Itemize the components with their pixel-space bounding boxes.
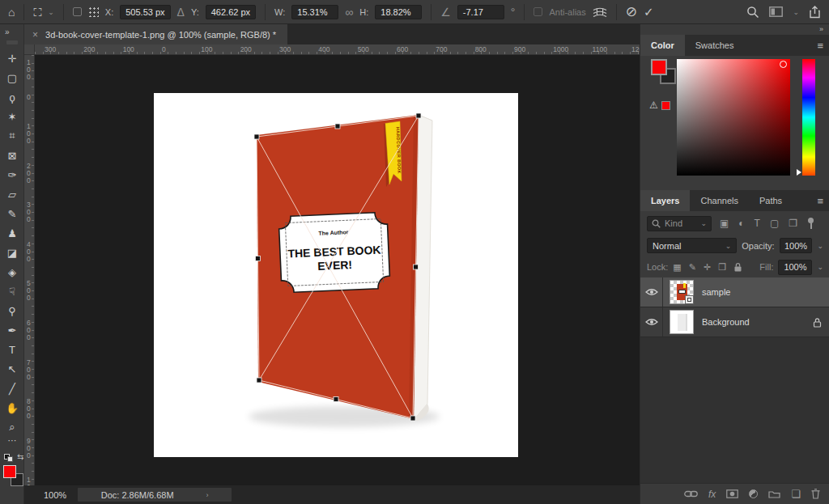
visibility-cell[interactable] xyxy=(640,307,663,337)
workspace-icon[interactable] xyxy=(769,6,783,17)
clone-stamp-tool[interactable]: ♟ xyxy=(0,223,24,243)
saturation-brightness-picker[interactable] xyxy=(677,59,790,176)
toolbar-grip[interactable] xyxy=(6,40,18,44)
blend-mode-dropdown[interactable]: Normal ⌄ xyxy=(647,238,737,253)
chevron-down-icon[interactable]: ⌄ xyxy=(793,8,799,16)
foreground-color-swatch[interactable] xyxy=(3,465,16,478)
more-tools-icon[interactable]: ⋯ xyxy=(0,435,24,446)
swap-colors-icon[interactable]: ⇆ xyxy=(17,452,23,461)
tab-channels[interactable]: Channels xyxy=(690,190,748,211)
panel-menu-icon[interactable]: ≡ xyxy=(817,190,829,211)
layer-name[interactable]: sample xyxy=(702,287,730,297)
layer-mask-icon[interactable] xyxy=(726,489,738,498)
layer-thumbnail[interactable] xyxy=(670,310,694,334)
magic-wand-tool[interactable]: ✶ xyxy=(0,107,24,126)
toolbar-expand-icon[interactable]: » xyxy=(5,28,10,36)
reference-point-grid-icon[interactable] xyxy=(88,6,99,17)
healing-brush-tool[interactable]: ▱ xyxy=(0,184,24,204)
x-position-input[interactable]: 505.53 px xyxy=(120,5,170,19)
filter-adjustment-layers-icon[interactable]: ◐ xyxy=(738,218,744,229)
link-dimensions-icon[interactable]: ∞ xyxy=(345,6,353,18)
book-mockup[interactable]: HARDCOVER BOOK The Author THE BEST BOOK … xyxy=(154,93,518,457)
group-folder-icon[interactable] xyxy=(768,489,780,498)
document-tab[interactable]: × 3d-book-cover-template-1.png @ 100% (s… xyxy=(24,24,287,44)
height-input[interactable]: 18.82% xyxy=(375,5,422,19)
adjustment-layer-icon[interactable] xyxy=(749,489,758,498)
doc-size-indicator[interactable]: Doc: 2.86M/6.68M › xyxy=(78,488,232,502)
lock-position-icon[interactable]: ✛ xyxy=(704,262,711,273)
y-position-input[interactable]: 462.62 px xyxy=(206,5,256,19)
trash-icon[interactable] xyxy=(811,489,820,499)
pen-tool[interactable]: ✒ xyxy=(0,320,24,340)
line-tool[interactable]: ╱ xyxy=(0,379,24,398)
lock-artboard-icon[interactable]: ❒ xyxy=(718,262,726,273)
eye-icon[interactable] xyxy=(645,288,658,296)
filter-toggle-icon[interactable] xyxy=(807,218,815,229)
lock-paint-icon[interactable]: ✎ xyxy=(689,262,696,273)
close-icon[interactable]: × xyxy=(32,29,38,40)
dock-collapse-icon[interactable]: » xyxy=(819,24,823,35)
warp-mode-icon[interactable] xyxy=(593,6,607,18)
cancel-transform-icon[interactable]: ⊘ xyxy=(626,5,637,19)
paint-bucket-tool[interactable]: ◈ xyxy=(0,262,24,282)
artboard[interactable]: HARDCOVER BOOK The Author THE BEST BOOK … xyxy=(154,93,518,457)
chevron-down-icon[interactable]: ⌄ xyxy=(48,8,54,16)
lasso-tool[interactable]: ϙ xyxy=(0,87,24,107)
lock-all-icon[interactable] xyxy=(733,262,742,272)
default-colors-icon[interactable]: ⇆ xyxy=(4,452,22,462)
gamut-warning[interactable]: ⚠ xyxy=(649,100,670,111)
commit-transform-icon[interactable]: ✓ xyxy=(644,6,654,18)
brush-tool[interactable]: ✎ xyxy=(0,204,24,223)
hue-slider[interactable] xyxy=(802,59,815,176)
filter-pixel-layers-icon[interactable]: ▣ xyxy=(720,218,729,229)
color-picker-ring[interactable] xyxy=(780,61,787,68)
filter-kind-dropdown[interactable]: Kind ⌄ xyxy=(647,216,712,231)
chevron-right-icon[interactable]: › xyxy=(206,491,209,499)
frame-tool[interactable]: ⊠ xyxy=(0,146,24,165)
dodge-tool[interactable]: ⚲ xyxy=(0,301,24,320)
filter-smart-objects-icon[interactable]: ❐ xyxy=(789,218,797,229)
rectangular-marquee-tool[interactable]: ▢ xyxy=(0,68,24,87)
width-input[interactable]: 15.31% xyxy=(291,5,338,19)
chevron-down-icon[interactable]: ⌄ xyxy=(817,242,823,250)
foreground-color-swatch[interactable] xyxy=(651,59,667,75)
layer-row-background[interactable]: Background xyxy=(640,307,829,337)
search-icon[interactable] xyxy=(746,6,759,19)
color-swatch-control[interactable] xyxy=(3,465,24,489)
eyedropper-tool[interactable]: ✑ xyxy=(0,165,24,184)
gamut-color-chip[interactable] xyxy=(661,101,670,110)
visibility-cell[interactable] xyxy=(640,277,663,307)
eye-icon[interactable] xyxy=(645,318,658,326)
tab-layers[interactable]: Layers xyxy=(640,190,690,211)
reference-point-checkbox[interactable] xyxy=(73,7,82,16)
layer-style-icon[interactable]: fx xyxy=(708,489,716,500)
zoom-tool[interactable]: ⌕ xyxy=(0,417,24,437)
transform-tool-icon[interactable]: ⛶ xyxy=(33,6,41,18)
tab-swatches[interactable]: Swatches xyxy=(685,35,745,56)
tab-paths[interactable]: Paths xyxy=(749,190,793,211)
share-icon[interactable] xyxy=(809,6,821,19)
tab-color[interactable]: Color xyxy=(640,35,685,56)
home-icon[interactable]: ⌂ xyxy=(8,6,15,18)
layer-row-sample[interactable]: sample xyxy=(640,277,829,307)
opacity-input[interactable]: 100% xyxy=(780,238,813,253)
zoom-level[interactable]: 100% xyxy=(44,490,66,500)
type-tool[interactable]: T xyxy=(0,340,24,359)
panel-color-swatches[interactable] xyxy=(651,59,678,87)
eraser-tool[interactable]: ◪ xyxy=(0,243,24,262)
smudge-tool[interactable]: ☟ xyxy=(0,282,24,301)
new-layer-icon[interactable]: ❏ xyxy=(791,488,801,500)
delta-icon[interactable]: Δ xyxy=(177,6,185,18)
layer-name[interactable]: Background xyxy=(702,317,750,327)
path-selection-tool[interactable]: ↖ xyxy=(0,359,24,379)
filter-shape-layers-icon[interactable]: ▢ xyxy=(770,218,779,229)
layer-lock-icon[interactable] xyxy=(813,317,822,328)
chevron-down-icon[interactable]: ⌄ xyxy=(817,263,823,271)
link-layers-icon[interactable] xyxy=(684,490,698,498)
crop-tool[interactable]: ⌗ xyxy=(0,126,24,146)
fill-input[interactable]: 100% xyxy=(778,260,812,275)
filter-type-layers-icon[interactable]: T xyxy=(755,218,760,229)
rotation-input[interactable]: -7.17 xyxy=(457,5,504,19)
layer-thumbnail[interactable] xyxy=(670,280,694,304)
anti-alias-checkbox[interactable] xyxy=(534,7,542,16)
